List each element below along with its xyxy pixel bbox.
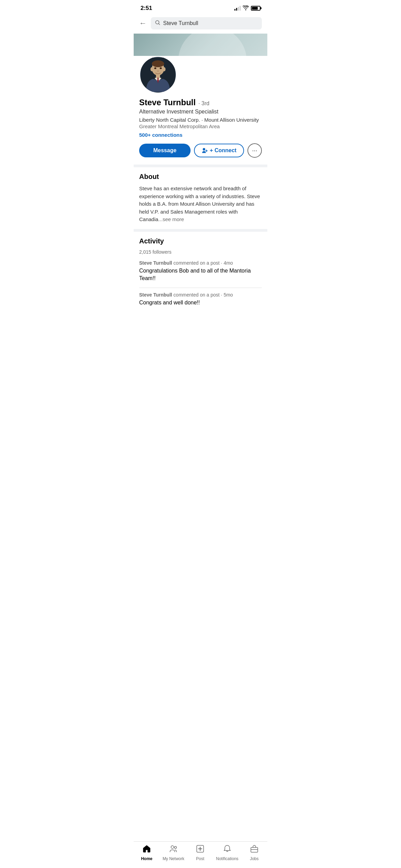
profile-location: Greater Montreal Metropolitan Area — [139, 123, 262, 129]
search-input-wrapper[interactable]: Steve Turnbull — [151, 17, 262, 29]
action-buttons: Message + Connect ··· — [139, 143, 262, 158]
see-more-link[interactable]: ...see more — [158, 216, 184, 222]
more-icon: ··· — [252, 147, 257, 154]
more-button[interactable]: ··· — [247, 143, 262, 158]
status-icons — [234, 5, 260, 11]
status-time: 2:51 — [141, 5, 152, 12]
back-button[interactable]: ← — [139, 20, 147, 27]
signal-icon — [234, 6, 241, 11]
connect-label: + Connect — [210, 147, 236, 154]
connect-icon — [202, 147, 208, 154]
activity-followers: 2,015 followers — [139, 249, 262, 255]
search-bar-row: ← Steve Turnbull — [134, 14, 267, 34]
activity-content-2: Congrats and well done!! — [139, 299, 262, 306]
activity-section: Activity 2,015 followers Steve Turnbull … — [134, 232, 267, 318]
section-divider-2 — [134, 229, 267, 232]
avatar[interactable] — [139, 56, 177, 94]
status-bar: 2:51 — [134, 0, 267, 14]
bottom-spacer — [134, 318, 267, 352]
wifi-icon — [243, 5, 249, 11]
connect-button[interactable]: + Connect — [194, 144, 244, 157]
battery-icon — [251, 6, 260, 11]
activity-meta-2: Steve Turnbull commented on a post · 5mo — [139, 292, 262, 298]
avatar-wrapper — [139, 56, 262, 94]
profile-company: Liberty North Capital Corp. · Mount Alli… — [139, 117, 262, 123]
search-icon — [155, 20, 160, 27]
svg-point-5 — [163, 67, 166, 71]
activity-item-2: Steve Turnbull commented on a post · 5mo… — [139, 292, 262, 306]
activity-title: Activity — [139, 237, 262, 245]
profile-title: Alternative Investment Specialist — [139, 109, 262, 115]
svg-point-6 — [154, 68, 156, 69]
message-button[interactable]: Message — [139, 144, 191, 157]
search-query: Steve Turnbull — [163, 20, 198, 26]
avatar-image — [141, 58, 175, 92]
activity-item-1: Steve Turnbull commented on a post · 4mo… — [139, 260, 262, 282]
about-title: About — [139, 173, 262, 181]
section-divider-1 — [134, 165, 267, 167]
profile-connections[interactable]: 500+ connections — [139, 132, 262, 138]
svg-point-9 — [203, 148, 205, 150]
svg-point-7 — [160, 68, 162, 69]
about-section: About Steve has an extensive network and… — [134, 167, 267, 229]
about-text: Steve has an extensive network and bread… — [139, 185, 262, 224]
profile-name-row: Steve Turnbull · 3rd — [139, 98, 262, 107]
svg-point-4 — [150, 67, 153, 71]
profile-degree: · 3rd — [198, 100, 209, 107]
activity-divider — [139, 288, 262, 288]
activity-meta-1: Steve Turnbull commented on a post · 4mo — [139, 260, 262, 266]
profile-header: Steve Turnbull · 3rd Alternative Investm… — [134, 56, 267, 165]
svg-point-3 — [152, 60, 164, 67]
activity-content-1: Congratulations Bob and to all of the Ma… — [139, 267, 262, 282]
profile-name: Steve Turnbull — [139, 98, 196, 107]
